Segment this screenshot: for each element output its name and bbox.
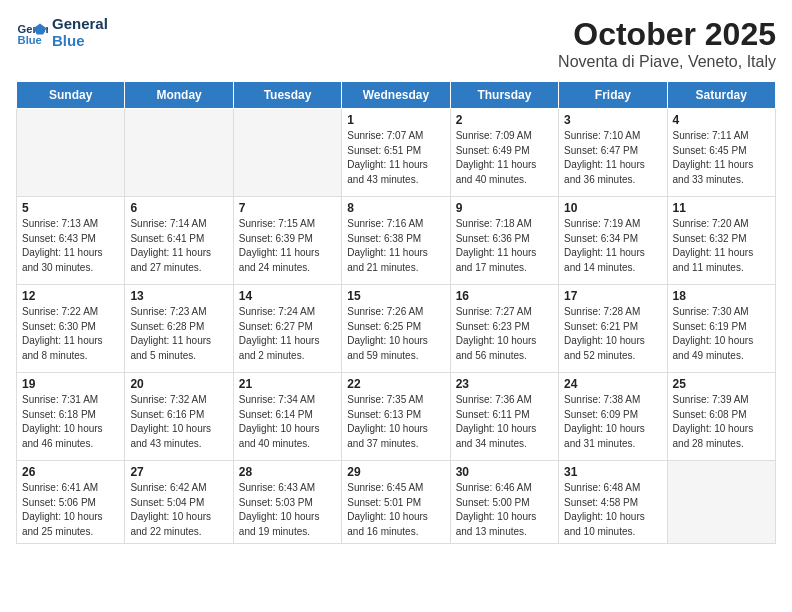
calendar-cell: 7Sunrise: 7:15 AMSunset: 6:39 PMDaylight… [233, 197, 341, 285]
calendar-cell: 22Sunrise: 7:35 AMSunset: 6:13 PMDayligh… [342, 373, 450, 461]
day-number: 25 [673, 377, 770, 391]
day-info: Sunrise: 7:28 AMSunset: 6:21 PMDaylight:… [564, 305, 661, 363]
day-info: Sunrise: 7:09 AMSunset: 6:49 PMDaylight:… [456, 129, 553, 187]
calendar-cell [125, 109, 233, 197]
day-info: Sunrise: 6:46 AMSunset: 5:00 PMDaylight:… [456, 481, 553, 539]
calendar-cell: 26Sunrise: 6:41 AMSunset: 5:06 PMDayligh… [17, 461, 125, 544]
day-info: Sunrise: 7:15 AMSunset: 6:39 PMDaylight:… [239, 217, 336, 275]
calendar-subtitle: Noventa di Piave, Veneto, Italy [558, 53, 776, 71]
calendar-cell [17, 109, 125, 197]
day-number: 30 [456, 465, 553, 479]
calendar-cell: 8Sunrise: 7:16 AMSunset: 6:38 PMDaylight… [342, 197, 450, 285]
day-info: Sunrise: 7:39 AMSunset: 6:08 PMDaylight:… [673, 393, 770, 451]
logo: General Blue General Blue [16, 16, 108, 49]
calendar-cell: 31Sunrise: 6:48 AMSunset: 4:58 PMDayligh… [559, 461, 667, 544]
day-info: Sunrise: 7:38 AMSunset: 6:09 PMDaylight:… [564, 393, 661, 451]
day-number: 9 [456, 201, 553, 215]
day-number: 15 [347, 289, 444, 303]
day-info: Sunrise: 7:23 AMSunset: 6:28 PMDaylight:… [130, 305, 227, 363]
calendar-cell: 20Sunrise: 7:32 AMSunset: 6:16 PMDayligh… [125, 373, 233, 461]
day-number: 3 [564, 113, 661, 127]
day-number: 11 [673, 201, 770, 215]
calendar-cell: 10Sunrise: 7:19 AMSunset: 6:34 PMDayligh… [559, 197, 667, 285]
header: General Blue General Blue October 2025 N… [16, 16, 776, 71]
day-number: 24 [564, 377, 661, 391]
calendar-title: October 2025 [558, 16, 776, 53]
calendar-cell: 16Sunrise: 7:27 AMSunset: 6:23 PMDayligh… [450, 285, 558, 373]
day-number: 22 [347, 377, 444, 391]
day-info: Sunrise: 7:35 AMSunset: 6:13 PMDaylight:… [347, 393, 444, 451]
calendar-table: SundayMondayTuesdayWednesdayThursdayFrid… [16, 81, 776, 544]
day-number: 1 [347, 113, 444, 127]
day-info: Sunrise: 6:48 AMSunset: 4:58 PMDaylight:… [564, 481, 661, 539]
day-info: Sunrise: 7:27 AMSunset: 6:23 PMDaylight:… [456, 305, 553, 363]
day-info: Sunrise: 7:16 AMSunset: 6:38 PMDaylight:… [347, 217, 444, 275]
day-info: Sunrise: 6:42 AMSunset: 5:04 PMDaylight:… [130, 481, 227, 539]
day-info: Sunrise: 7:32 AMSunset: 6:16 PMDaylight:… [130, 393, 227, 451]
day-number: 31 [564, 465, 661, 479]
calendar-cell: 27Sunrise: 6:42 AMSunset: 5:04 PMDayligh… [125, 461, 233, 544]
calendar-cell: 28Sunrise: 6:43 AMSunset: 5:03 PMDayligh… [233, 461, 341, 544]
day-number: 14 [239, 289, 336, 303]
calendar-cell: 25Sunrise: 7:39 AMSunset: 6:08 PMDayligh… [667, 373, 775, 461]
calendar-cell: 13Sunrise: 7:23 AMSunset: 6:28 PMDayligh… [125, 285, 233, 373]
calendar-cell: 1Sunrise: 7:07 AMSunset: 6:51 PMDaylight… [342, 109, 450, 197]
day-info: Sunrise: 7:31 AMSunset: 6:18 PMDaylight:… [22, 393, 119, 451]
day-number: 13 [130, 289, 227, 303]
day-number: 19 [22, 377, 119, 391]
day-info: Sunrise: 7:34 AMSunset: 6:14 PMDaylight:… [239, 393, 336, 451]
calendar-cell [233, 109, 341, 197]
calendar-cell: 4Sunrise: 7:11 AMSunset: 6:45 PMDaylight… [667, 109, 775, 197]
day-info: Sunrise: 7:26 AMSunset: 6:25 PMDaylight:… [347, 305, 444, 363]
calendar-cell: 12Sunrise: 7:22 AMSunset: 6:30 PMDayligh… [17, 285, 125, 373]
day-info: Sunrise: 7:11 AMSunset: 6:45 PMDaylight:… [673, 129, 770, 187]
day-number: 5 [22, 201, 119, 215]
weekday-header-wednesday: Wednesday [342, 82, 450, 109]
calendar-cell: 30Sunrise: 6:46 AMSunset: 5:00 PMDayligh… [450, 461, 558, 544]
day-info: Sunrise: 7:13 AMSunset: 6:43 PMDaylight:… [22, 217, 119, 275]
day-info: Sunrise: 7:14 AMSunset: 6:41 PMDaylight:… [130, 217, 227, 275]
day-info: Sunrise: 7:30 AMSunset: 6:19 PMDaylight:… [673, 305, 770, 363]
day-info: Sunrise: 7:07 AMSunset: 6:51 PMDaylight:… [347, 129, 444, 187]
day-info: Sunrise: 7:24 AMSunset: 6:27 PMDaylight:… [239, 305, 336, 363]
calendar-cell: 19Sunrise: 7:31 AMSunset: 6:18 PMDayligh… [17, 373, 125, 461]
day-info: Sunrise: 6:45 AMSunset: 5:01 PMDaylight:… [347, 481, 444, 539]
day-number: 21 [239, 377, 336, 391]
calendar-cell: 2Sunrise: 7:09 AMSunset: 6:49 PMDaylight… [450, 109, 558, 197]
day-number: 12 [22, 289, 119, 303]
calendar-cell: 23Sunrise: 7:36 AMSunset: 6:11 PMDayligh… [450, 373, 558, 461]
day-number: 20 [130, 377, 227, 391]
calendar-cell: 17Sunrise: 7:28 AMSunset: 6:21 PMDayligh… [559, 285, 667, 373]
weekday-header-sunday: Sunday [17, 82, 125, 109]
calendar-cell: 29Sunrise: 6:45 AMSunset: 5:01 PMDayligh… [342, 461, 450, 544]
day-number: 16 [456, 289, 553, 303]
day-info: Sunrise: 7:36 AMSunset: 6:11 PMDaylight:… [456, 393, 553, 451]
day-number: 29 [347, 465, 444, 479]
title-section: October 2025 Noventa di Piave, Veneto, I… [558, 16, 776, 71]
logo-blue: Blue [52, 33, 108, 50]
calendar-cell: 21Sunrise: 7:34 AMSunset: 6:14 PMDayligh… [233, 373, 341, 461]
calendar-cell: 15Sunrise: 7:26 AMSunset: 6:25 PMDayligh… [342, 285, 450, 373]
day-info: Sunrise: 7:18 AMSunset: 6:36 PMDaylight:… [456, 217, 553, 275]
weekday-header-monday: Monday [125, 82, 233, 109]
day-info: Sunrise: 6:43 AMSunset: 5:03 PMDaylight:… [239, 481, 336, 539]
calendar-cell [667, 461, 775, 544]
day-number: 28 [239, 465, 336, 479]
calendar-cell: 14Sunrise: 7:24 AMSunset: 6:27 PMDayligh… [233, 285, 341, 373]
calendar-cell: 5Sunrise: 7:13 AMSunset: 6:43 PMDaylight… [17, 197, 125, 285]
calendar-cell: 11Sunrise: 7:20 AMSunset: 6:32 PMDayligh… [667, 197, 775, 285]
day-number: 10 [564, 201, 661, 215]
day-info: Sunrise: 6:41 AMSunset: 5:06 PMDaylight:… [22, 481, 119, 539]
calendar-cell: 9Sunrise: 7:18 AMSunset: 6:36 PMDaylight… [450, 197, 558, 285]
day-info: Sunrise: 7:22 AMSunset: 6:30 PMDaylight:… [22, 305, 119, 363]
day-info: Sunrise: 7:20 AMSunset: 6:32 PMDaylight:… [673, 217, 770, 275]
day-number: 2 [456, 113, 553, 127]
day-number: 4 [673, 113, 770, 127]
day-number: 8 [347, 201, 444, 215]
day-number: 26 [22, 465, 119, 479]
day-number: 18 [673, 289, 770, 303]
logo-icon: General Blue [16, 17, 48, 49]
logo-general: General [52, 16, 108, 33]
day-number: 23 [456, 377, 553, 391]
day-number: 17 [564, 289, 661, 303]
